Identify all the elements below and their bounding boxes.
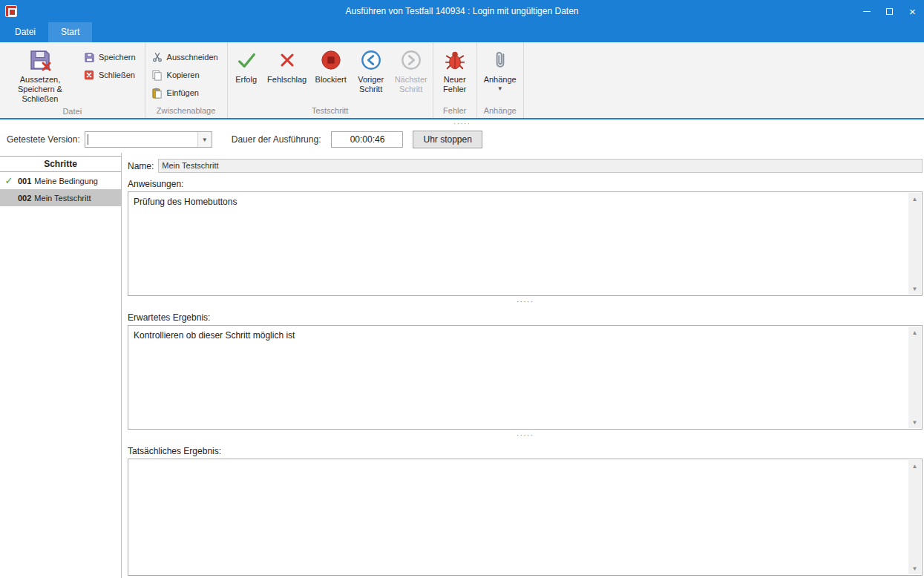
group-label-zwischenablage: Zwischenablage <box>145 105 227 118</box>
step-label: Mein Testschritt <box>34 194 91 203</box>
scroll-up-arrow[interactable]: ▲ <box>908 326 921 338</box>
previous-step-button[interactable]: Voriger Schritt <box>351 43 391 105</box>
text-cursor <box>88 134 88 145</box>
group-label-datei: Datei <box>0 105 145 118</box>
tested-version-label: Getestete Version: <box>7 134 80 145</box>
app-icon <box>5 5 17 17</box>
duration-field[interactable]: 00:00:46 <box>331 131 403 148</box>
instructions-label: Anweisungen: <box>128 179 923 189</box>
minimize-icon <box>863 11 871 12</box>
success-label: Erfolg <box>235 75 257 85</box>
expected-result-text: Kontrollieren ob dieser Schritt möglich … <box>128 326 922 345</box>
name-field[interactable]: Mein Testschritt <box>158 159 923 173</box>
paste-icon <box>151 87 163 99</box>
previous-step-label: Voriger Schritt <box>353 75 389 94</box>
previous-step-icon <box>358 47 384 73</box>
close-button[interactable]: × <box>901 0 924 22</box>
instructions-scrollbar[interactable]: ▲ ▼ <box>908 193 921 295</box>
actual-result-textarea[interactable]: ▲ ▼ <box>128 459 923 576</box>
save-label: Speichern <box>99 53 136 62</box>
new-error-label: Neuer Fehler <box>437 75 473 94</box>
copy-label: Kopieren <box>167 70 200 79</box>
group-label-fehler: Fehler <box>433 105 476 118</box>
ribbon-group-anhaenge: Anhänge ▼ Anhänge <box>477 42 524 118</box>
step-number: 001 <box>18 177 31 185</box>
duration-label: Dauer der Ausführung: <box>232 134 321 145</box>
step-passed-check-icon: ✓ <box>0 175 18 186</box>
fail-button[interactable]: Fehlschlag <box>263 43 311 105</box>
content-area: Schritte ✓ 001 Meine Bedingung 002 Mein … <box>0 153 924 578</box>
instructions-textarea[interactable]: Prüfung des Homebuttons ▲ ▼ <box>128 191 923 296</box>
name-label: Name: <box>128 161 154 171</box>
success-check-icon <box>234 47 259 73</box>
scroll-up-arrow[interactable]: ▲ <box>908 193 921 205</box>
titlebar: Ausführen von Testfall 140934 : Login mi… <box>0 0 924 22</box>
blocked-stop-icon <box>318 47 344 73</box>
tab-datei[interactable]: Datei <box>2 22 48 42</box>
suspend-save-close-button[interactable]: Aussetzen, Speichern & Schließen <box>1 43 79 105</box>
attachments-label: Anhänge <box>484 75 517 85</box>
maximize-button[interactable] <box>878 0 901 22</box>
paperclip-icon <box>488 47 513 73</box>
ribbon-group-testschritt: Erfolg Fehlschlag Blockiert <box>228 42 433 118</box>
scissors-icon <box>151 51 163 63</box>
save-icon <box>83 51 95 63</box>
cut-button[interactable]: Ausschneiden <box>150 50 223 65</box>
group-label-anhaenge: Anhänge <box>477 105 523 118</box>
window-controls: × <box>855 0 924 22</box>
cut-label: Ausschneiden <box>167 53 218 62</box>
suspend-save-close-label: Aussetzen, Speichern & Schließen <box>4 75 76 104</box>
paste-label: Einfügen <box>167 88 199 97</box>
next-step-label: Nächster Schritt <box>393 75 429 94</box>
save-button[interactable]: Speichern <box>82 50 140 65</box>
fail-x-icon <box>275 47 300 73</box>
close-red-icon <box>83 69 95 81</box>
blocked-button[interactable]: Blockiert <box>311 43 351 105</box>
fail-label: Fehlschlag <box>267 75 307 85</box>
success-button[interactable]: Erfolg <box>229 43 263 105</box>
close-testrun-button[interactable]: Schließen <box>82 68 140 82</box>
instructions-text: Prüfung des Homebuttons <box>128 192 922 211</box>
new-error-button[interactable]: Neuer Fehler <box>435 43 475 105</box>
minimize-button[interactable] <box>855 0 878 22</box>
bug-icon <box>442 47 468 73</box>
actual-result-text <box>128 459 922 467</box>
ribbon-collapse-handle[interactable]: ····· <box>0 119 924 126</box>
ribbon-group-datei: Aussetzen, Speichern & Schließen Speiche… <box>0 42 145 118</box>
group-label-testschritt: Testschritt <box>228 105 433 118</box>
ribbon: Aussetzen, Speichern & Schließen Speiche… <box>0 42 924 118</box>
scroll-down-arrow[interactable]: ▼ <box>908 562 921 574</box>
maximize-icon <box>886 8 893 15</box>
actual-result-label: Tatsächliches Ergebnis: <box>128 446 923 456</box>
step-item-002[interactable]: 002 Mein Testschritt <box>0 189 121 206</box>
copy-icon <box>151 69 163 81</box>
scroll-up-arrow[interactable]: ▲ <box>908 460 921 472</box>
copy-button[interactable]: Kopieren <box>150 68 223 82</box>
splitter-handle[interactable]: ····· <box>128 296 923 306</box>
splitter-handle[interactable]: ····· <box>128 430 923 440</box>
stop-clock-button[interactable]: Uhr stoppen <box>413 131 482 148</box>
attachments-dropdown-icon[interactable]: ▼ <box>497 86 503 92</box>
paste-button[interactable]: Einfügen <box>150 85 223 100</box>
version-bar: Getestete Version: ▼ Dauer der Ausführun… <box>0 126 924 153</box>
expected-result-textarea[interactable]: Kontrollieren ob dieser Schritt möglich … <box>128 325 923 430</box>
save-close-icon <box>27 47 53 73</box>
close-icon: × <box>909 6 916 17</box>
tab-start[interactable]: Start <box>48 22 92 42</box>
step-detail-panel: Name: Mein Testschritt Anweisungen: Prüf… <box>122 153 924 578</box>
actual-scrollbar[interactable]: ▲ ▼ <box>908 460 921 574</box>
tested-version-combobox[interactable]: ▼ <box>85 131 212 148</box>
step-label: Meine Bedingung <box>34 177 98 185</box>
ribbon-group-fehler: Neuer Fehler Fehler <box>433 42 477 118</box>
blocked-label: Blockiert <box>315 75 347 85</box>
step-item-001[interactable]: ✓ 001 Meine Bedingung <box>0 172 121 189</box>
scroll-down-arrow[interactable]: ▼ <box>908 283 921 295</box>
next-step-button[interactable]: Nächster Schritt <box>391 43 431 105</box>
combobox-dropdown-icon[interactable]: ▼ <box>197 132 212 147</box>
expected-scrollbar[interactable]: ▲ ▼ <box>908 326 921 428</box>
ribbon-group-zwischenablage: Ausschneiden Kopieren Einfügen <box>145 42 228 118</box>
attachments-button[interactable]: Anhänge ▼ <box>479 43 522 105</box>
steps-header: Schritte <box>0 156 121 172</box>
scroll-down-arrow[interactable]: ▼ <box>908 416 921 428</box>
next-step-icon <box>399 47 424 73</box>
